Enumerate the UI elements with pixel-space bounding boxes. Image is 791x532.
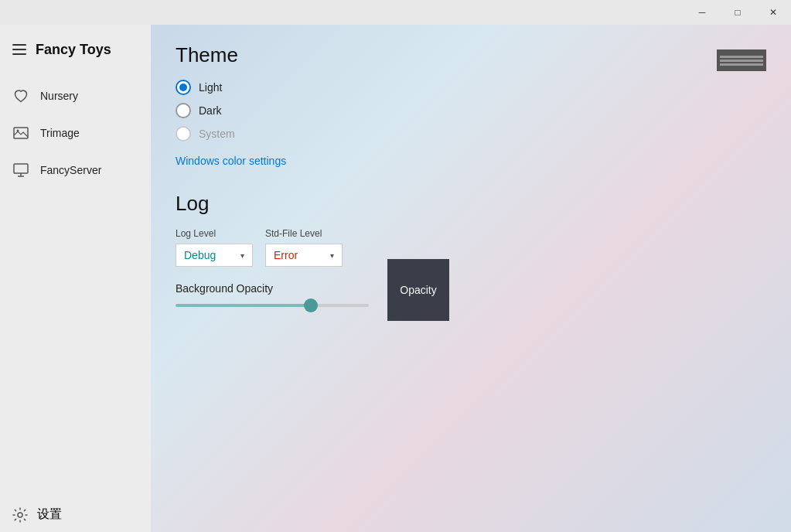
theme-thumbnail <box>717 49 766 71</box>
radio-system-label: System <box>199 128 235 140</box>
log-level-group: Log Level Debug ▾ <box>176 228 253 267</box>
log-level-arrow-icon: ▾ <box>240 251 244 260</box>
sidebar-item-trimage[interactable]: Trimage <box>0 114 151 152</box>
std-file-level-dropdown[interactable]: Error ▾ <box>265 244 343 267</box>
close-button[interactable]: ✕ <box>755 0 791 25</box>
settings-label: 设置 <box>37 506 62 523</box>
std-file-level-label: Std-File Level <box>265 228 343 239</box>
log-level-dropdown[interactable]: Debug ▾ <box>176 244 253 267</box>
log-level-label: Log Level <box>176 228 253 239</box>
main-content: Theme Light Dark System <box>151 25 791 532</box>
theme-radio-group: Light Dark System <box>176 80 766 142</box>
svg-point-1 <box>17 130 19 132</box>
radio-light[interactable]: Light <box>176 80 766 95</box>
log-level-value: Debug <box>184 249 216 261</box>
sidebar-footer[interactable]: 设置 <box>0 497 151 532</box>
radio-dark[interactable]: Dark <box>176 103 766 118</box>
sidebar-item-nursery[interactable]: Nursery <box>0 77 151 114</box>
minimize-button[interactable]: ─ <box>684 0 720 25</box>
opacity-slider-thumb[interactable] <box>304 298 318 312</box>
opacity-preview: Opacity <box>387 259 449 321</box>
title-bar: ─ □ ✕ <box>0 0 791 25</box>
std-file-level-group: Std-File Level Error ▾ <box>265 228 343 267</box>
app-body: Fancy Toys Nursery <box>0 25 791 532</box>
sidebar: Fancy Toys Nursery <box>0 25 151 532</box>
title-bar-controls: ─ □ ✕ <box>684 0 791 25</box>
theme-title: Theme <box>176 43 766 67</box>
app-title: Fancy Toys <box>36 42 111 58</box>
theme-section: Theme Light Dark System <box>176 43 766 186</box>
std-file-level-arrow-icon: ▾ <box>330 251 334 260</box>
windows-color-link[interactable]: Windows color settings <box>176 155 286 167</box>
opacity-left: Background Opacity <box>176 282 369 307</box>
sidebar-nav: Nursery Trimage <box>0 74 151 497</box>
log-title: Log <box>176 192 766 216</box>
sidebar-header: Fancy Toys <box>0 25 151 74</box>
svg-rect-2 <box>14 164 28 173</box>
maximize-button[interactable]: □ <box>720 0 755 25</box>
opacity-slider-track <box>176 304 369 307</box>
opacity-preview-label: Opacity <box>400 284 436 296</box>
opacity-section: Background Opacity Opacity <box>176 282 766 321</box>
std-file-level-value: Error <box>274 249 298 261</box>
gear-icon <box>12 507 28 523</box>
hamburger-icon[interactable] <box>12 44 26 55</box>
fancyserver-label: FancyServer <box>40 164 101 176</box>
monitor-icon <box>12 162 29 179</box>
radio-light-label: Light <box>199 81 222 94</box>
radio-dark-label: Dark <box>199 104 222 117</box>
sidebar-item-fancyserver[interactable]: FancyServer <box>0 152 151 189</box>
image-icon <box>12 124 29 142</box>
svg-point-3 <box>18 513 22 517</box>
trimage-label: Trimage <box>40 127 80 139</box>
radio-light-circle <box>176 80 191 95</box>
radio-system-circle <box>176 126 191 142</box>
radio-dark-circle <box>176 103 191 118</box>
nursery-label: Nursery <box>40 90 78 102</box>
heart-icon <box>12 87 29 104</box>
dropdowns-row: Log Level Debug ▾ Std-File Level Error ▾ <box>176 228 766 267</box>
log-section: Log Log Level Debug ▾ Std-File Level Err… <box>176 192 766 321</box>
radio-system[interactable]: System <box>176 126 766 142</box>
opacity-label: Background Opacity <box>176 282 369 295</box>
